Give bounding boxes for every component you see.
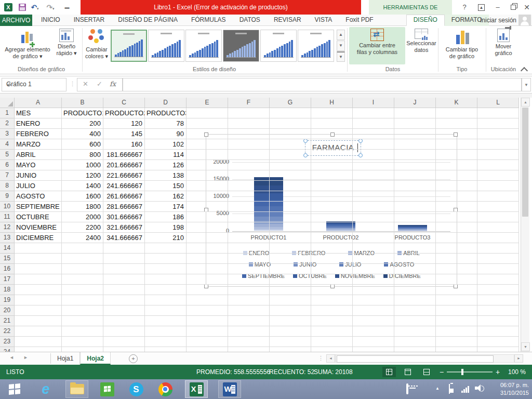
cell-K11[interactable] <box>436 212 477 222</box>
cell-A23[interactable] <box>15 337 62 347</box>
cell-F19[interactable] <box>228 295 270 305</box>
cell-D19[interactable] <box>145 295 187 305</box>
chart-style-thumbnail-1[interactable] <box>111 30 147 62</box>
cell-B16[interactable] <box>62 264 103 274</box>
cell-I17[interactable] <box>353 274 394 285</box>
cell-I1[interactable] <box>353 108 394 118</box>
cell-L17[interactable] <box>477 274 519 285</box>
internet-explorer-button[interactable]: e <box>34 380 57 398</box>
cell-E14[interactable] <box>187 243 228 254</box>
cell-E2[interactable] <box>187 118 228 129</box>
cell-C6[interactable]: 201.666667 <box>103 160 145 170</box>
cell-K7[interactable] <box>436 170 477 181</box>
cell-H18[interactable] <box>311 285 353 295</box>
cell-J8[interactable] <box>394 181 436 191</box>
cell-G12[interactable] <box>270 222 311 233</box>
cell-A19[interactable] <box>15 295 62 305</box>
cell-K16[interactable] <box>436 264 477 274</box>
cell-I14[interactable] <box>353 243 394 254</box>
hscroll-left-icon[interactable]: ◄ <box>326 354 335 363</box>
cell-E24[interactable] <box>187 347 228 352</box>
row-header-5[interactable]: 5 <box>0 150 15 160</box>
gallery-more-icon[interactable]: ▼ <box>337 51 345 62</box>
column-header-B[interactable]: B <box>62 98 103 108</box>
cell-B18[interactable] <box>62 285 103 295</box>
column-header-A[interactable]: A <box>15 98 62 108</box>
cell-J6[interactable] <box>394 160 436 170</box>
cell-A13[interactable]: DICIEMBRE <box>15 233 62 243</box>
cell-G17[interactable] <box>270 274 311 285</box>
cell-G6[interactable] <box>270 160 311 170</box>
horizontal-scroll-thumb[interactable] <box>337 355 494 363</box>
cell-C9[interactable]: 261.666667 <box>103 191 145 202</box>
cell-E17[interactable] <box>187 274 228 285</box>
row-header-18[interactable]: 18 <box>0 285 15 295</box>
tab-revisar[interactable]: REVISAR <box>267 15 308 26</box>
cambiar-entre-filas-y-columnas-button[interactable]: ⇄Cambiar entrefilas y columnas <box>349 27 405 64</box>
hscroll-right-icon[interactable]: ► <box>514 354 523 363</box>
cell-L7[interactable] <box>477 170 519 181</box>
cell-F15[interactable] <box>228 254 270 264</box>
cell-I24[interactable] <box>353 347 394 352</box>
cell-F14[interactable] <box>228 243 270 254</box>
sheet-nav-right-icon[interactable]: ► <box>23 355 28 360</box>
cell-C21[interactable] <box>103 316 145 326</box>
cell-D24[interactable] <box>145 347 187 352</box>
cell-F24[interactable] <box>228 347 270 352</box>
cell-A6[interactable]: MAYO <box>15 160 62 170</box>
cell-F1[interactable] <box>228 108 270 118</box>
cell-H20[interactable] <box>311 305 353 316</box>
cell-K22[interactable] <box>436 326 477 337</box>
collapse-ribbon-icon[interactable] <box>521 66 528 73</box>
cell-A5[interactable]: ABRIL <box>15 150 62 160</box>
avatar[interactable] <box>518 15 531 26</box>
cell-J1[interactable] <box>394 108 436 118</box>
cell-H23[interactable] <box>311 337 353 347</box>
cell-C18[interactable] <box>103 285 145 295</box>
select-all-corner[interactable] <box>0 98 15 108</box>
cell-B1[interactable]: PRODUCTO1 <box>62 108 103 118</box>
restore-icon[interactable] <box>506 0 521 15</box>
start-button[interactable] <box>3 380 26 398</box>
mover-grafico-button[interactable]: Movergráfico <box>487 27 520 64</box>
column-header-I[interactable]: I <box>353 98 394 108</box>
cell-G22[interactable] <box>270 326 311 337</box>
file-explorer-button[interactable] <box>65 380 88 398</box>
chart-style-thumbnail-6[interactable] <box>298 30 334 62</box>
ribbon-options-icon[interactable]: ▲ <box>474 0 488 15</box>
cell-I6[interactable] <box>353 160 394 170</box>
row-header-1[interactable]: 1 <box>0 108 15 118</box>
cell-F22[interactable] <box>228 326 270 337</box>
cell-H17[interactable] <box>311 274 353 285</box>
row-header-21[interactable]: 21 <box>0 316 15 326</box>
cell-H7[interactable] <box>311 170 353 181</box>
cell-J4[interactable] <box>394 139 436 150</box>
zoom-slider-thumb[interactable] <box>461 369 463 375</box>
cell-H11[interactable] <box>311 212 353 222</box>
cell-A11[interactable]: OCTUBRE <box>15 212 62 222</box>
horizontal-scrollbar[interactable] <box>335 354 514 363</box>
cell-G18[interactable] <box>270 285 311 295</box>
cell-J7[interactable] <box>394 170 436 181</box>
cell-I22[interactable] <box>353 326 394 337</box>
cell-J23[interactable] <box>394 337 436 347</box>
normal-view-icon[interactable] <box>382 367 396 377</box>
cell-G1[interactable] <box>270 108 311 118</box>
cambiar-colores-button[interactable]: Cambiarcolores ▾ <box>83 27 110 64</box>
column-header-C[interactable]: C <box>103 98 145 108</box>
row-header-19[interactable]: 19 <box>0 295 15 305</box>
column-header-K[interactable]: K <box>436 98 477 108</box>
cell-C12[interactable]: 321.666667 <box>103 222 145 233</box>
cell-H6[interactable] <box>311 160 353 170</box>
cell-F18[interactable] <box>228 285 270 295</box>
cell-C7[interactable]: 221.666667 <box>103 170 145 181</box>
chart-style-thumbnail-2[interactable] <box>148 30 184 62</box>
cell-J14[interactable] <box>394 243 436 254</box>
cell-H12[interactable] <box>311 222 353 233</box>
cell-I4[interactable] <box>353 139 394 150</box>
tab-foxit-pdf[interactable]: Foxit PDF <box>339 15 380 26</box>
chart-style-thumbnail-5[interactable] <box>260 30 297 62</box>
cell-B7[interactable]: 1200 <box>62 170 103 181</box>
cell-B5[interactable]: 800 <box>62 150 103 160</box>
cell-A14[interactable] <box>15 243 62 254</box>
